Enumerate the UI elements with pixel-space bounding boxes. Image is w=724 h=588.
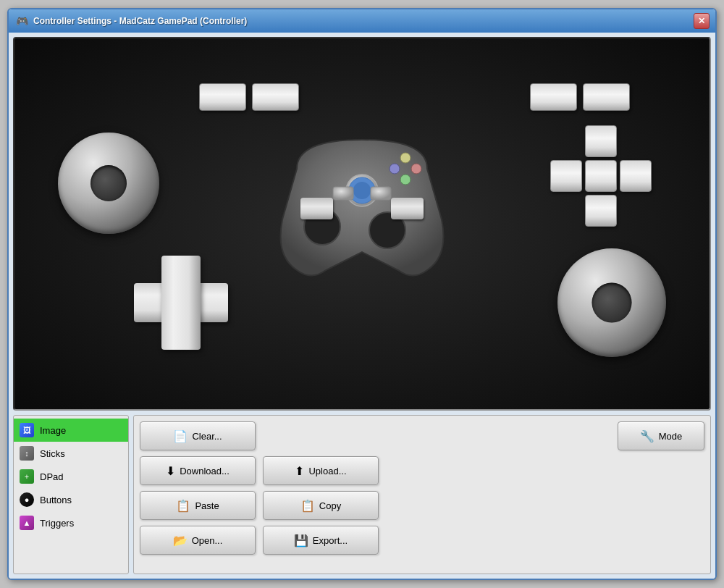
app-icon: 🎮 — [14, 14, 29, 28]
dpad-vertical — [161, 256, 201, 350]
paste-label: Paste — [195, 500, 219, 511]
upload-icon: ⬆ — [295, 464, 304, 478]
title-bar: 🎮 Controller Settings - MadCatz GamePad … — [9, 9, 715, 33]
content-area: 🖼 Image ↕ Sticks + DPad ● Buttons ▲ T — [9, 33, 715, 579]
window-title: Controller Settings - MadCatz GamePad (C… — [33, 16, 694, 26]
export-button[interactable]: 💾 Export... — [263, 526, 379, 555]
sidebar-label-dpad: DPad — [40, 471, 64, 482]
svg-point-7 — [400, 175, 411, 185]
close-button[interactable]: ✕ — [694, 13, 710, 29]
face-btn-empty-3 — [550, 195, 582, 227]
copy-button[interactable]: 📋 Copy — [263, 491, 379, 520]
start-button — [391, 198, 424, 219]
sidebar-label-buttons: Buttons — [40, 495, 72, 505]
copy-label: Copy — [319, 500, 341, 511]
buttons-row-3: 📋 Paste 📋 Copy — [140, 491, 704, 520]
sidebar-label-image: Image — [40, 425, 66, 436]
face-btn-empty-1 — [550, 125, 582, 157]
download-icon: ⬇ — [166, 464, 175, 478]
main-window: 🎮 Controller Settings - MadCatz GamePad … — [7, 8, 717, 580]
mode-icon: 🔧 — [640, 429, 654, 443]
center-buttons — [300, 198, 424, 219]
bottom-panel: 🖼 Image ↕ Sticks + DPad ● Buttons ▲ T — [13, 415, 711, 574]
mode-label: Mode — [659, 431, 683, 442]
image-icon: 🖼 — [20, 423, 34, 437]
dpad — [134, 256, 228, 350]
clear-label: Clear... — [192, 431, 222, 442]
svg-point-10 — [400, 153, 411, 163]
upload-button[interactable]: ⬆ Upload... — [263, 456, 379, 485]
paste-button[interactable]: 📋 Paste — [140, 491, 256, 520]
upload-label: Upload... — [308, 466, 346, 476]
triggers-icon: ▲ — [20, 516, 34, 530]
buttons-icon: ● — [20, 492, 34, 507]
svg-point-8 — [411, 164, 421, 174]
face-btn-y — [585, 125, 617, 157]
face-btn-a — [585, 160, 617, 192]
rb-button — [530, 83, 577, 111]
face-btn-b — [620, 160, 652, 192]
sidebar-label-triggers: Triggers — [40, 518, 74, 529]
controller-display — [13, 37, 711, 411]
buttons-row-4: 📂 Open... 💾 Export... — [140, 526, 704, 555]
dpad-icon: + — [20, 469, 34, 484]
svg-point-9 — [390, 164, 400, 174]
sidebar-item-image[interactable]: 🖼 Image — [14, 419, 128, 442]
open-label: Open... — [192, 535, 223, 546]
lb-button — [199, 83, 246, 111]
download-button[interactable]: ⬇ Download... — [140, 456, 256, 485]
left-stick — [58, 133, 159, 234]
back-button — [300, 198, 333, 219]
download-label: Download... — [180, 466, 230, 476]
clear-icon: 📄 — [173, 429, 188, 443]
sidebar-item-triggers[interactable]: ▲ Triggers — [14, 511, 128, 534]
sidebar-item-dpad[interactable]: + DPad — [14, 465, 128, 488]
right-shoulder-buttons — [530, 83, 630, 111]
copy-icon: 📋 — [300, 499, 315, 513]
face-btn-x — [550, 160, 582, 192]
lt-button — [252, 83, 299, 111]
rt-button — [583, 83, 630, 111]
svg-point-2 — [353, 182, 371, 199]
face-button-grid — [550, 125, 652, 227]
sidebar-item-buttons[interactable]: ● Buttons — [14, 488, 128, 511]
clear-button[interactable]: 📄 Clear... — [140, 421, 256, 450]
export-icon: 💾 — [294, 534, 308, 547]
buttons-panel: 📄 Clear... 🔧 Mode ⬇ Download... — [133, 415, 711, 574]
buttons-row-1: 📄 Clear... 🔧 Mode — [140, 421, 704, 450]
face-btn-empty-2 — [620, 125, 652, 157]
open-button[interactable]: 📂 Open... — [140, 526, 256, 555]
face-btn-empty-4 — [620, 195, 652, 227]
export-label: Export... — [313, 535, 348, 546]
face-btn-extra — [585, 195, 617, 227]
buttons-row-2: ⬇ Download... ⬆ Upload... — [140, 456, 704, 485]
sidebar: 🖼 Image ↕ Sticks + DPad ● Buttons ▲ T — [13, 415, 129, 574]
sidebar-label-sticks: Sticks — [40, 448, 65, 459]
paste-icon: 📋 — [176, 499, 190, 513]
left-shoulder-buttons — [199, 83, 299, 111]
sticks-icon: ↕ — [20, 446, 34, 461]
gamepad-scene — [14, 38, 710, 409]
open-icon: 📂 — [173, 534, 188, 547]
right-stick — [557, 248, 666, 357]
sidebar-item-sticks[interactable]: ↕ Sticks — [14, 442, 128, 465]
mode-button[interactable]: 🔧 Mode — [618, 421, 704, 450]
